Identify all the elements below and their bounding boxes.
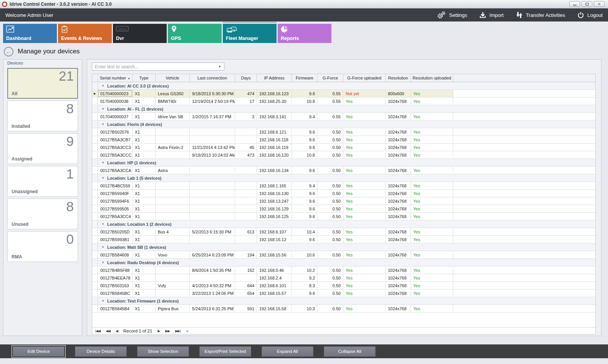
group-row[interactable]: ▾Location: HP (1 devices) — [92, 159, 595, 167]
group-row[interactable]: ▾Location: Matt SB (1 devices) — [92, 243, 595, 251]
cell-g-force: 0.50 — [318, 274, 343, 281]
cell-type: X1 — [133, 274, 156, 281]
cell-vehicle — [156, 205, 190, 212]
device-filter-unused[interactable]: 8Unused — [7, 199, 78, 229]
group-label: ▾Location: HP (1 devices) — [98, 159, 595, 166]
device-filter-all[interactable]: 21All — [7, 68, 78, 99]
tab-label: Dvr — [116, 36, 124, 41]
device-filter-installed[interactable]: 8Installed — [7, 101, 78, 131]
tab-events-reviews[interactable]: Events & Reviews — [58, 24, 112, 43]
cell-days — [235, 182, 257, 189]
device-row[interactable]: 00127B5A3CC3X1Astra Florin-211/21/2014 4… — [92, 144, 595, 151]
group-row[interactable]: ▾Location: Al - FL (1 devices) — [92, 105, 595, 113]
column-header-days[interactable]: Days — [235, 74, 257, 82]
device-row[interactable]: 017040000037X1idrive Van SB1/2/2015 7:16… — [92, 113, 595, 121]
close-button[interactable]: ✕ — [594, 1, 605, 7]
cell-last-connection — [190, 167, 235, 174]
cell-vehicle — [156, 236, 190, 243]
device-row[interactable]: 00127B5A3CB7X1192.168.16.1189.60.50Yes10… — [92, 136, 595, 144]
device-row[interactable]: 017040000038X1BMW740i12/19/2014 2:50:19 … — [92, 98, 595, 105]
group-row[interactable]: ▾Location: Florin (4 devices) — [92, 121, 595, 128]
cell-g-force-uploaded: Yes — [343, 128, 386, 136]
device-row[interactable]: 00127B5A3CC4X1192.168.16.1259.60.50Yes10… — [92, 213, 595, 220]
row-indicator — [92, 213, 98, 220]
tab-dvr[interactable]: MERGEDvr — [113, 24, 167, 43]
column-header-last-connection[interactable]: Last connection — [190, 74, 235, 82]
maximize-button[interactable] — [581, 1, 592, 7]
device-filter-label: Installed — [12, 124, 30, 129]
action-import[interactable]: Import — [479, 12, 504, 18]
column-header-ip-address[interactable]: IP Address — [257, 74, 292, 82]
column-header-resolution-uploaded[interactable]: Resolution uploaded — [411, 74, 453, 82]
column-header-type[interactable]: Type — [133, 74, 156, 82]
device-filter-assigned[interactable]: 9Assigned — [7, 133, 78, 164]
device-row[interactable]: ▶017040000023X1Lexus GS3509/18/2013 5:30… — [92, 90, 595, 98]
device-row[interactable]: 00127B5A3CCCX19/19/2013 10:24:02 AM47319… — [92, 151, 595, 159]
column-header-firmware[interactable]: Firmware — [292, 74, 318, 82]
column-header-g-force[interactable]: G-Force — [318, 74, 343, 82]
back-button[interactable]: ← — [4, 47, 13, 56]
device-row[interactable]: 00127B5A3CCAX1Astra192.168.16.1349.60.50… — [92, 167, 595, 174]
group-row[interactable]: ▾Location: Location 1 (2 devices) — [92, 220, 595, 228]
column-header-vehicle[interactable]: Vehicle — [156, 74, 190, 82]
group-row[interactable]: ▾Location: Lab 1 (5 devices) — [92, 174, 595, 182]
tab-dashboard[interactable]: Dashboard — [3, 24, 57, 43]
group-row[interactable]: ▾Location: Test Firmware (1 devices) — [92, 297, 595, 305]
device-details-button[interactable]: Device Details — [75, 346, 127, 357]
pager-prev-button[interactable]: ◀ — [116, 329, 118, 333]
tab-reports[interactable]: Reports — [278, 24, 331, 43]
device-row[interactable]: 00127B502076X1192.168.6.1219.60.50Yes102… — [92, 128, 595, 136]
column-header-resolution[interactable]: Resolution — [386, 74, 411, 82]
action-transfer-activities[interactable]: Transfer Activities — [516, 11, 565, 19]
device-row[interactable]: 00127B4EEA78X1192.168.2.49.20.50Yes1024x… — [92, 274, 595, 282]
group-row[interactable]: ▾Location: Al CC 3.0 (2 devices) — [92, 82, 595, 90]
device-row[interactable]: 00127B4BC559X1192.168.1.1659.40.50Yes102… — [92, 182, 595, 190]
search-dropdown-icon[interactable]: ▼ — [218, 65, 221, 68]
device-row[interactable]: 00127B5994F6X1192.168.13.2479.60.50Yes10… — [92, 197, 595, 205]
column-header-g-force-uploaded[interactable]: G-Force uploaded — [343, 74, 386, 82]
device-row[interactable]: 00127B5845B4X1Pipera Bus5/24/2013 6:31:2… — [92, 305, 595, 313]
collapse-all-button[interactable]: Collapse All — [324, 346, 376, 357]
pager-next-button[interactable]: ▶ — [157, 329, 160, 333]
cell-serial: 00127B502076 — [98, 128, 133, 136]
device-row[interactable]: 00127B5993B1X1192.168.16.129.60.50Yes102… — [92, 236, 595, 243]
edit-device-button[interactable]: Edit Device — [13, 346, 65, 357]
device-row[interactable]: 00127B50205DX1Bus 45/2/2013 6:15:30 PM61… — [92, 228, 595, 236]
device-filter-unassigned[interactable]: 1Unassigned — [7, 166, 78, 197]
collapse-icon: ▾ — [102, 222, 104, 226]
group-row[interactable]: ▾Location: Radu Desktop (4 devices) — [92, 259, 595, 266]
action-settings[interactable]: Settings — [437, 11, 467, 19]
cell-serial: 017040000037 — [98, 113, 133, 120]
cell-g-force-uploaded: Yes — [343, 197, 386, 205]
cell-resolution: 1024x768 — [386, 228, 411, 235]
group-label: ▾Location: Al - FL (1 devices) — [98, 105, 595, 113]
pager-last-button[interactable]: ▶▶| — [175, 329, 180, 333]
pager-next-page-button[interactable]: ▶▶ — [165, 329, 170, 333]
show-selection-button[interactable]: Show Selection — [137, 346, 189, 357]
device-row[interactable]: 00127B5845BCX13/22/2013 1:24:06 PM654192… — [92, 290, 595, 297]
device-row[interactable]: 00127B4B5F88X18/6/2014 1:50:35 PM152192.… — [92, 266, 595, 274]
search-box[interactable]: Enter text to search... ▼ — [92, 63, 224, 71]
cell-firmware: 10.8 — [292, 98, 318, 105]
expand-all-button[interactable]: Expand All — [262, 346, 313, 357]
minimize-button[interactable] — [569, 1, 580, 7]
pager-first-button[interactable]: |◀◀ — [95, 329, 100, 333]
grid-header-row: Serial number▲TypeVehicleLast connection… — [92, 74, 595, 82]
tab-fleet-manager[interactable]: Fleet Manager — [223, 24, 277, 43]
device-row[interactable]: 00127B599505X1192.168.16.1299.60.50Yes10… — [92, 205, 595, 213]
device-filter-rma[interactable]: 0RMA — [7, 231, 78, 262]
device-row[interactable]: 00127B59940FX1192.168.16.1309.60.50Yes10… — [92, 190, 595, 197]
device-row[interactable]: 00127B584608X1Vovo6/25/2014 6:23:09 PM19… — [92, 251, 595, 259]
cell-firmware: 9.4 — [292, 182, 318, 189]
group-title: Location: Test Firmware (1 devices) — [107, 299, 179, 303]
column-header-serial-number[interactable]: Serial number▲ — [98, 74, 133, 82]
cell-vehicle — [156, 197, 190, 205]
svg-text:MERGE: MERGE — [118, 28, 126, 30]
tab-gps[interactable]: GPS — [168, 24, 222, 43]
cell-ip: 192.168.16.119 — [257, 144, 292, 151]
sidebar-title: Devices — [7, 61, 23, 65]
pager-prev-page-button[interactable]: ◀◀ — [106, 329, 110, 333]
action-logout[interactable]: Logout — [577, 12, 603, 18]
device-row[interactable]: 00127B503163X1Vufy4/1/2013 4:50:32 PM644… — [92, 282, 595, 290]
export-print-selected-button[interactable]: Export/Print Selected — [199, 346, 251, 357]
